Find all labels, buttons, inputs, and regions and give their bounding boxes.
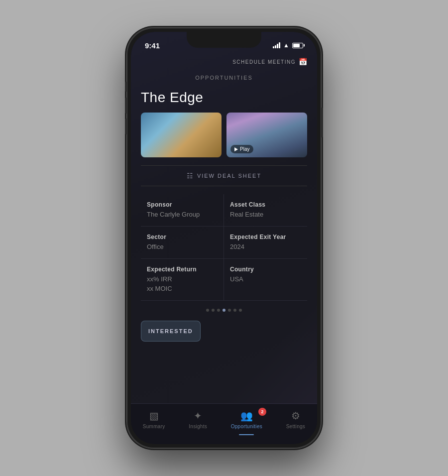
deal-title-section: The Edge — [131, 88, 317, 113]
status-time: 9:41 — [145, 41, 160, 50]
page-title: OPPORTUNITIES — [195, 75, 253, 81]
phone-frame: 9:41 ▲ — [127, 28, 321, 448]
tab-insights[interactable]: ✦ Insights — [181, 408, 215, 431]
opportunities-badge: 2 — [258, 408, 266, 416]
play-triangle-icon — [234, 147, 238, 151]
sector-value: Office — [147, 242, 218, 251]
exit-year-cell: Expected Exit Year 2024 — [224, 227, 307, 259]
asset-class-cell: Asset Class Real Estate — [224, 194, 307, 227]
sector-cell: Sector Office — [141, 227, 224, 259]
sponsor-label: Sponsor — [147, 201, 218, 208]
tab-summary[interactable]: ▧ Summary — [135, 408, 173, 431]
settings-icon: ⚙ — [291, 410, 300, 422]
notch — [187, 32, 261, 48]
play-button[interactable]: Play — [230, 145, 253, 153]
dot-1 — [206, 309, 209, 312]
sector-label: Sector — [147, 234, 218, 240]
power-button — [321, 108, 323, 137]
summary-icon: ▧ — [149, 410, 159, 422]
exit-year-value: 2024 — [230, 242, 301, 251]
dot-7 — [239, 309, 242, 312]
status-icons: ▲ — [273, 42, 303, 49]
scroll-content[interactable]: SCHEDULE MEETING 📅 OPPORTUNITIES The Edg… — [131, 54, 317, 444]
schedule-meeting-label: SCHEDULE MEETING — [232, 59, 296, 65]
signal-icon — [273, 42, 280, 48]
info-grid: Sponsor The Carlyle Group Asset Class Re… — [141, 194, 307, 301]
active-tab-indicator — [239, 434, 254, 435]
dot-6 — [233, 309, 236, 312]
silent-switch — [125, 82, 127, 92]
sponsor-cell: Sponsor The Carlyle Group — [141, 194, 224, 227]
asset-class-value: Real Estate — [230, 210, 301, 219]
deal-sheet-label: VIEW DEAL SHEET — [197, 173, 261, 179]
country-value: USA — [230, 275, 301, 284]
exit-year-label: Expected Exit Year — [230, 234, 301, 240]
opportunities-label: Opportunities — [231, 424, 262, 429]
dot-3 — [217, 309, 220, 312]
app-screen: 9:41 ▲ — [131, 32, 317, 444]
dot-5 — [228, 309, 231, 312]
page-title-section: OPPORTUNITIES — [131, 71, 317, 88]
calendar-icon: 📅 — [299, 58, 307, 66]
building-image-1[interactable] — [141, 113, 222, 157]
pagination-dots — [131, 301, 317, 316]
document-icon: ☷ — [187, 172, 193, 180]
building-image-2[interactable]: Play — [226, 113, 307, 157]
dot-4-active — [223, 309, 225, 312]
expected-return-label: Expected Return — [147, 266, 218, 273]
summary-label: Summary — [143, 424, 165, 429]
opportunities-icon: 👥 — [240, 410, 253, 422]
battery-icon — [292, 43, 303, 48]
expected-return-cell: Expected Return xx% IRRxx MOIC — [141, 259, 224, 300]
volume-up-button — [125, 98, 127, 114]
tab-bar: ▧ Summary ✦ Insights 2 👥 Opportunities ⚙… — [131, 403, 317, 444]
view-deal-sheet-row[interactable]: ☷ VIEW DEAL SHEET — [141, 165, 307, 186]
play-label: Play — [240, 146, 249, 152]
tab-opportunities[interactable]: 2 👥 Opportunities — [223, 408, 270, 431]
deal-title: The Edge — [141, 90, 307, 106]
country-label: Country — [230, 266, 301, 273]
phone-screen: 9:41 ▲ — [131, 32, 317, 444]
volume-down-button — [125, 119, 127, 134]
interested-button[interactable]: INTERESTED — [141, 321, 201, 342]
images-row: Play — [131, 113, 317, 165]
country-cell: Country USA — [224, 259, 307, 300]
insights-icon: ✦ — [194, 410, 202, 422]
expected-return-value: xx% IRRxx MOIC — [147, 275, 218, 293]
asset-class-label: Asset Class — [230, 201, 301, 208]
top-header: SCHEDULE MEETING 📅 — [131, 54, 317, 71]
schedule-meeting-button[interactable]: SCHEDULE MEETING 📅 — [232, 58, 307, 66]
sponsor-value: The Carlyle Group — [147, 210, 218, 219]
insights-label: Insights — [189, 424, 207, 429]
dot-2 — [212, 309, 215, 312]
wifi-icon: ▲ — [283, 42, 289, 49]
tab-settings[interactable]: ⚙ Settings — [278, 408, 314, 431]
settings-label: Settings — [286, 424, 306, 429]
